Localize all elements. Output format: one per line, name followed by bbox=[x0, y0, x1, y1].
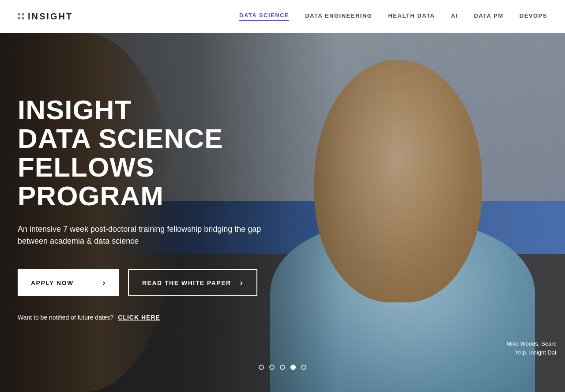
hero-title-line3: FELLOWS PROGRAM bbox=[18, 152, 164, 211]
notify-text: Want to be notified of future dates? bbox=[18, 314, 113, 321]
main-nav: DATA SCIENCEDATA ENGINEERINGHEALTH DATAA… bbox=[239, 12, 547, 21]
logo[interactable]: INSIGHT bbox=[18, 11, 73, 22]
hero-caption: Mike Woods, Searc Yelp, Insight Dai bbox=[507, 339, 556, 357]
nav-item-ai[interactable]: AI bbox=[451, 12, 458, 21]
hero-buttons: APPLY NOW › READ THE WHITE PAPER › bbox=[18, 269, 547, 296]
logo-icon bbox=[18, 13, 24, 20]
hero-title: INSIGHT DATA SCIENCE FELLOWS PROGRAM bbox=[18, 95, 274, 210]
apply-now-button[interactable]: APPLY NOW › bbox=[18, 269, 119, 296]
caption-line2: Yelp, Insight Dai bbox=[507, 348, 556, 357]
hero-title-line2: DATA SCIENCE bbox=[18, 123, 223, 154]
logo-text: INSIGHT bbox=[28, 11, 73, 22]
carousel-dot-5[interactable] bbox=[301, 365, 306, 370]
nav-item-devops[interactable]: DEVOPS bbox=[520, 12, 547, 21]
nav-item-data-engineering[interactable]: DATA ENGINEERING bbox=[305, 12, 372, 21]
header: INSIGHT DATA SCIENCEDATA ENGINEERINGHEAL… bbox=[0, 0, 565, 33]
hero-notify: Want to be notified of future dates? CLI… bbox=[18, 314, 547, 321]
nav-item-health-data[interactable]: HEALTH DATA bbox=[388, 12, 435, 21]
carousel-dot-4[interactable] bbox=[290, 365, 296, 370]
apply-now-arrow-icon: › bbox=[103, 278, 106, 287]
notify-click-here-link[interactable]: CLICK HERE bbox=[118, 314, 160, 321]
hero-content: INSIGHT DATA SCIENCE FELLOWS PROGRAM An … bbox=[0, 33, 565, 392]
apply-now-label: APPLY NOW bbox=[31, 279, 74, 286]
nav-item-data-science[interactable]: DATA SCIENCE bbox=[239, 12, 289, 21]
carousel-dot-3[interactable] bbox=[280, 365, 285, 370]
read-white-paper-button[interactable]: READ THE WHITE PAPER › bbox=[128, 269, 257, 296]
hero-title-line1: INSIGHT bbox=[18, 94, 132, 125]
carousel-dots bbox=[259, 365, 306, 370]
read-white-paper-label: READ THE WHITE PAPER bbox=[142, 279, 231, 286]
caption-line1: Mike Woods, Searc bbox=[507, 339, 556, 348]
nav-item-data-pm[interactable]: DATA PM bbox=[474, 12, 504, 21]
hero-section: INSIGHT DATA SCIENCE FELLOWS PROGRAM An … bbox=[0, 33, 565, 392]
carousel-dot-2[interactable] bbox=[269, 365, 275, 370]
carousel-dot-1[interactable] bbox=[259, 365, 264, 370]
read-white-paper-arrow-icon: › bbox=[240, 278, 244, 287]
hero-subtitle: An intensive 7 week post-doctoral traini… bbox=[18, 223, 282, 247]
